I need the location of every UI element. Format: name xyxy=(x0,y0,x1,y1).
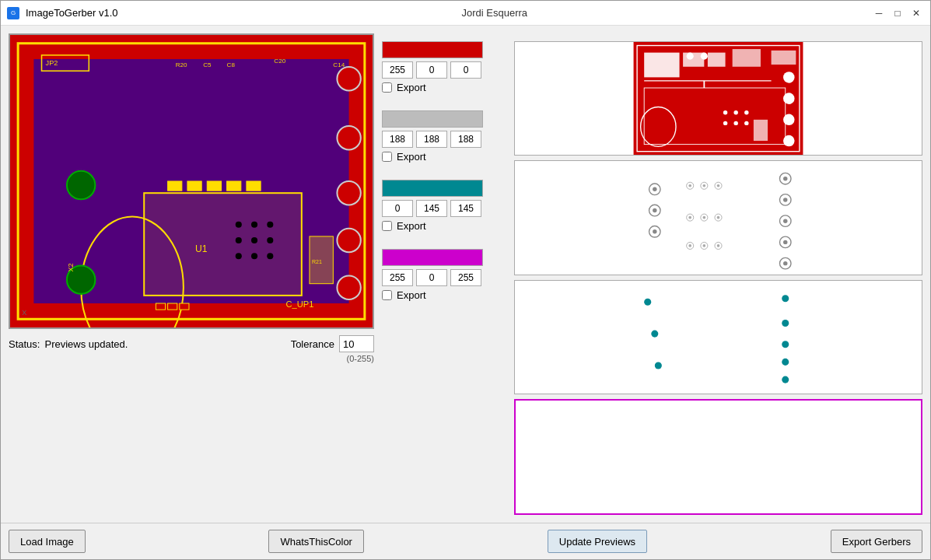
channel-r-magenta[interactable] xyxy=(382,269,413,286)
channel-b-magenta[interactable] xyxy=(450,269,481,286)
minimize-button[interactable]: ─ xyxy=(871,5,887,21)
svg-text:X2: X2 xyxy=(67,263,75,271)
svg-rect-23 xyxy=(207,181,221,191)
export-label-red: Export xyxy=(397,82,426,93)
svg-rect-24 xyxy=(227,181,241,191)
preview-teal xyxy=(514,280,922,394)
svg-rect-50 xyxy=(772,51,796,65)
export-row-gray: Export xyxy=(382,151,506,163)
svg-point-58 xyxy=(701,53,708,60)
svg-rect-42 xyxy=(180,303,189,310)
maximize-button[interactable]: □ xyxy=(890,5,905,21)
preview-red xyxy=(514,41,922,156)
status-label: Status: xyxy=(9,338,40,350)
app-icon: G xyxy=(7,7,19,19)
right-panel xyxy=(514,33,922,515)
svg-text:U1: U1 xyxy=(195,243,208,254)
export-row-red: Export xyxy=(382,82,506,93)
export-check-teal[interactable] xyxy=(382,221,392,231)
pcb-canvas: JP2 R20 C5 C8 C20 C14 U1 xyxy=(9,33,374,329)
window-controls: ─ □ ✕ xyxy=(871,5,924,21)
export-check-magenta[interactable] xyxy=(382,290,392,300)
svg-point-28 xyxy=(236,222,242,228)
svg-point-29 xyxy=(251,222,257,228)
channel-r-gray[interactable] xyxy=(382,131,413,148)
svg-point-96 xyxy=(717,216,720,219)
app-title: ImageToGerber v1.0 xyxy=(26,7,118,19)
svg-point-105 xyxy=(782,295,789,302)
main-window: G ImageToGerber v1.0 Jordi Esquerra ─ □ … xyxy=(0,0,931,560)
color-swatch-magenta xyxy=(382,249,483,266)
export-gerbers-button[interactable]: Export Gerbers xyxy=(831,530,922,553)
svg-point-36 xyxy=(267,253,273,259)
tolerance-input[interactable] xyxy=(339,335,374,352)
svg-point-82 xyxy=(783,240,787,244)
svg-rect-21 xyxy=(168,181,182,191)
svg-text:C5: C5 xyxy=(203,61,212,68)
svg-rect-40 xyxy=(156,303,165,310)
svg-point-110 xyxy=(651,330,658,337)
svg-point-32 xyxy=(251,237,257,243)
svg-point-65 xyxy=(723,121,727,125)
svg-point-104 xyxy=(644,298,651,305)
svg-text:C14: C14 xyxy=(333,61,345,68)
tolerance-row: Tolerance xyxy=(291,335,374,352)
export-label-magenta: Export xyxy=(397,289,426,301)
svg-point-33 xyxy=(267,237,273,243)
tolerance-label: Tolerance xyxy=(291,338,334,350)
svg-point-74 xyxy=(653,229,656,233)
svg-point-106 xyxy=(782,319,789,326)
main-content: JP2 R20 C5 C8 C20 C14 U1 xyxy=(1,26,930,523)
svg-text:R21: R21 xyxy=(312,259,322,265)
color-swatch-teal xyxy=(382,180,483,197)
svg-text:C20: C20 xyxy=(274,58,285,65)
svg-point-86 xyxy=(688,184,691,187)
svg-point-102 xyxy=(717,244,720,247)
svg-point-84 xyxy=(783,261,787,265)
svg-point-80 xyxy=(783,219,787,223)
export-check-gray[interactable] xyxy=(382,152,392,162)
svg-point-111 xyxy=(655,362,662,369)
channel-g-teal[interactable] xyxy=(416,200,447,217)
channel-g-gray[interactable] xyxy=(416,131,447,148)
channel-inputs-magenta xyxy=(382,269,506,286)
export-check-red[interactable] xyxy=(382,82,392,93)
channel-inputs-teal xyxy=(382,200,506,217)
export-row-teal: Export xyxy=(382,220,506,232)
svg-point-90 xyxy=(717,184,720,187)
svg-text:R20: R20 xyxy=(176,61,187,68)
update-previews-button[interactable]: Update Previews xyxy=(548,530,647,553)
middle-panel: Export Export xyxy=(382,33,506,515)
whats-this-color-button[interactable]: WhatsThisColor xyxy=(268,530,363,553)
channel-red: Export xyxy=(382,41,506,93)
svg-point-64 xyxy=(744,110,748,114)
pcb-image: JP2 R20 C5 C8 C20 C14 U1 xyxy=(10,35,373,327)
svg-point-109 xyxy=(782,376,789,383)
channel-b-teal[interactable] xyxy=(450,200,481,217)
svg-rect-61 xyxy=(754,120,768,141)
svg-point-31 xyxy=(236,237,242,243)
channel-g-magenta[interactable] xyxy=(416,269,447,286)
svg-point-54 xyxy=(783,93,795,104)
channel-teal: Export xyxy=(382,180,506,232)
svg-point-92 xyxy=(688,216,691,219)
channel-g-red[interactable] xyxy=(416,61,447,79)
channel-r-red[interactable] xyxy=(382,61,413,79)
svg-point-57 xyxy=(687,53,694,60)
svg-point-63 xyxy=(733,110,737,114)
svg-point-15 xyxy=(337,181,360,205)
color-swatch-red xyxy=(382,41,483,58)
svg-point-55 xyxy=(783,114,795,126)
load-image-button[interactable]: Load Image xyxy=(9,530,86,553)
export-label-teal: Export xyxy=(397,220,426,232)
svg-point-107 xyxy=(782,341,789,348)
svg-text:X: X xyxy=(22,309,26,317)
svg-point-30 xyxy=(267,222,273,228)
close-button[interactable]: ✕ xyxy=(908,5,924,21)
channel-r-teal[interactable] xyxy=(382,200,413,217)
svg-point-34 xyxy=(236,253,242,259)
channel-b-gray[interactable] xyxy=(450,131,481,148)
channel-b-red[interactable] xyxy=(450,61,481,79)
svg-point-88 xyxy=(703,184,706,187)
svg-point-98 xyxy=(688,244,691,247)
